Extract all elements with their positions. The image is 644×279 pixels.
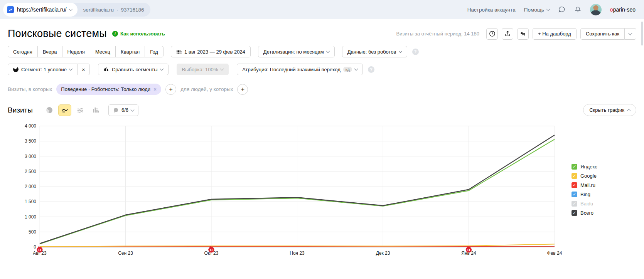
period-week-button[interactable]: Неделя	[62, 46, 90, 57]
save-as-button[interactable]: Сохранить как	[580, 28, 625, 40]
chevron-down-icon	[398, 49, 402, 53]
columns-chart-type-button[interactable]	[89, 104, 102, 116]
metrics-count-dropdown[interactable]: 6/6	[108, 104, 138, 116]
legend-label: Bing	[580, 192, 590, 197]
period-today-button[interactable]: Сегодня	[8, 46, 37, 57]
sampling-dropdown[interactable]: Выборка: 100%	[177, 64, 229, 75]
counter-id: 93716186	[121, 7, 144, 13]
period-segmented-control: Сегодня Вчера Неделя Месяц Квартал Год	[8, 46, 164, 57]
legend-checkbox-icon[interactable]: ✓	[572, 201, 577, 207]
save-as-split-button: Сохранить как	[580, 28, 636, 40]
date-range-label: 1 авг 2023 — 29 фев 2024	[184, 49, 245, 55]
legend-label: Mail.ru	[580, 182, 595, 188]
attribution-dropdown[interactable]: Атрибуция: Последний значимый переход кд	[237, 64, 363, 75]
x-tick-label: Дек 23	[376, 250, 390, 256]
info-icon: i	[112, 31, 118, 37]
legend-checkbox-icon[interactable]: ✓	[572, 182, 577, 188]
add-user-condition-button[interactable]: +	[237, 84, 248, 95]
legend-item-всего[interactable]: ✓Всего	[572, 210, 597, 216]
username-accent: o	[610, 7, 613, 13]
help-question-icon[interactable]: ?	[368, 66, 374, 73]
hide-chart-label: Скрыть график	[589, 107, 624, 113]
legend-item-bing[interactable]: ✓Bing	[572, 192, 597, 197]
period-year-button[interactable]: Год	[145, 46, 164, 57]
counter-selector[interactable]: https://sertifikacia.ru/	[3, 3, 78, 17]
attribution-badge: кд	[343, 67, 352, 72]
counter-url: https://sertifikacia.ru/	[17, 7, 66, 13]
help-question-icon[interactable]: ?	[412, 49, 419, 55]
legend-checkbox-icon[interactable]: ✓	[572, 164, 577, 170]
x-tick-label: Фев 24	[547, 250, 562, 256]
metrica-logo-icon	[7, 6, 14, 13]
for-people-label: для людей, у которых	[180, 86, 233, 92]
stacked-waves-icon	[77, 108, 84, 113]
chip-remove-icon[interactable]: ×	[153, 86, 157, 92]
help-label: Помощь	[524, 7, 544, 13]
help-menu[interactable]: Помощь	[524, 7, 550, 13]
legend-checkbox-icon[interactable]: ✓	[572, 192, 577, 197]
x-tick-label: Сен 23	[118, 250, 133, 256]
feedback-icon[interactable]	[558, 6, 566, 13]
line-chart-canvas[interactable]: 05001 0001 5002 0002 5003 0003 5004 000А…	[8, 121, 567, 259]
add-to-dashboard-button[interactable]: + На дашборд	[533, 28, 577, 40]
period-month-button[interactable]: Месяц	[90, 46, 115, 57]
visits-period-summary: Визиты за отчётный период: 14 180	[396, 31, 479, 37]
comments-button[interactable]	[517, 28, 529, 40]
segment-clear-button[interactable]: ×	[78, 64, 90, 75]
legend-label: Google	[580, 173, 597, 179]
notifications-bell-icon[interactable]	[574, 6, 582, 13]
username[interactable]: oparin-seo	[610, 7, 636, 13]
how-to-use-link[interactable]: i Как использовать	[112, 31, 165, 37]
vertical-scrollbar[interactable]	[641, 22, 643, 45]
visits-chart: 05001 0001 5002 0002 5003 0003 5004 000А…	[8, 121, 636, 259]
compare-segments-dropdown[interactable]: Сравнить сегменты	[98, 64, 169, 75]
page-title: Поисковые системы	[8, 28, 107, 40]
counter-pill: https://sertifikacia.ru/ sertifikacia.ru…	[3, 3, 150, 17]
line-chart-type-button[interactable]	[58, 104, 71, 116]
robotness-filter-chip[interactable]: Поведение · Роботность: Только люди ×	[56, 84, 161, 95]
calendar-grid-icon	[176, 49, 182, 54]
legend-item-mail-ru[interactable]: ✓Mail.ru	[572, 182, 597, 188]
add-visit-condition-button[interactable]: +	[165, 84, 176, 95]
hide-chart-button[interactable]: Скрыть график	[583, 104, 636, 116]
segment-pie-icon	[12, 66, 19, 73]
note-marker-label: Н	[39, 248, 41, 252]
compare-drops-icon	[103, 67, 109, 72]
period-yesterday-button[interactable]: Вчера	[37, 46, 62, 57]
segment-dropdown[interactable]: Сегмент: 1 условие	[8, 64, 78, 75]
pie-chart-icon	[45, 106, 54, 114]
line-chart-icon	[61, 108, 68, 113]
account-settings-link[interactable]: Настройка аккаунта	[467, 7, 516, 13]
title-row: Поисковые системы i Как использовать Виз…	[8, 28, 636, 40]
y-tick-label: 2 500	[25, 169, 36, 174]
legend-label: Всего	[580, 210, 593, 216]
sampling-label: Выборка: 100%	[182, 67, 218, 72]
note-marker-label: Н	[467, 248, 470, 252]
period-filter-row: Сегодня Вчера Неделя Месяц Квартал Год 1…	[8, 46, 636, 57]
x-tick-label: Ноя 23	[290, 250, 305, 256]
legend-label: Яндекс	[580, 164, 597, 170]
segment-label: Сегмент: 1 условие	[21, 67, 67, 72]
stacked-area-type-button[interactable]	[74, 104, 87, 116]
detalization-dropdown[interactable]: Детализация: по месяцам	[258, 46, 335, 57]
columns-chart-icon	[93, 107, 99, 113]
history-clock-button[interactable]	[486, 28, 498, 40]
y-tick-label: 3 500	[25, 138, 36, 144]
pie-chart-type-button[interactable]	[43, 104, 56, 116]
data-mode-dropdown[interactable]: Данные: без роботов	[342, 46, 407, 57]
legend-item-яндекс[interactable]: ✓Яндекс	[572, 164, 597, 170]
legend-checkbox-icon[interactable]: ✓	[572, 210, 577, 216]
legend-checkbox-icon[interactable]: ✓	[572, 173, 577, 179]
chevron-down-icon	[69, 7, 73, 11]
save-as-dropdown-button[interactable]	[625, 28, 636, 40]
y-tick-label: 0	[34, 244, 36, 250]
dot-separator: ·	[116, 7, 118, 13]
export-button[interactable]	[502, 28, 513, 40]
section-title: Визиты	[8, 106, 33, 114]
legend-item-google[interactable]: ✓Google	[572, 173, 597, 179]
date-range-button[interactable]: 1 авг 2023 — 29 фев 2024	[171, 46, 251, 57]
period-quarter-button[interactable]: Квартал	[115, 46, 145, 57]
visits-in-which-label: Визиты, в которых	[8, 86, 52, 92]
user-avatar[interactable]	[590, 4, 602, 15]
legend-item-baidu[interactable]: ✓Baidu	[572, 201, 597, 207]
